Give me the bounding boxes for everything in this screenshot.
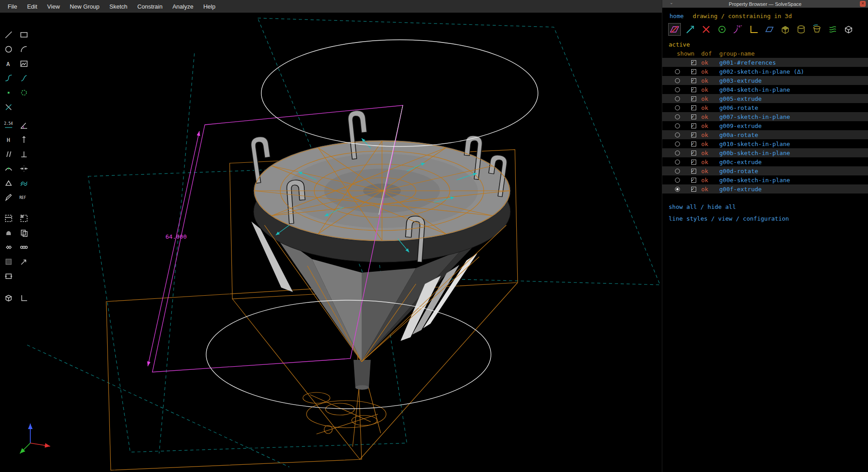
point-on-curve-tool[interactable]: [3, 163, 14, 175]
group-active-radio[interactable]: [675, 114, 680, 119]
group-row[interactable]: ok g00e-sketch-in-plane: [662, 175, 868, 184]
group-row[interactable]: ok g002-sketch-in-plane (∆): [662, 67, 868, 76]
workplane-icon[interactable]: [764, 24, 775, 35]
iso-view-tool[interactable]: [3, 212, 14, 224]
menu-view[interactable]: View: [42, 1, 65, 12]
group-name-link[interactable]: g00d-rotate: [719, 168, 868, 175]
group-name-link[interactable]: g00b-sketch-in-plane: [719, 150, 868, 156]
group-name-link[interactable]: g00e-sketch-in-plane: [719, 177, 868, 184]
menu-sketch[interactable]: Sketch: [104, 1, 132, 12]
group-row[interactable]: ok g009-extrude: [662, 121, 868, 130]
group-name-link[interactable]: g004-sketch-in-plane: [719, 86, 868, 93]
frame-tool[interactable]: [3, 270, 14, 282]
rectangle-tool[interactable]: [18, 29, 30, 41]
group-shown-checkbox[interactable]: [691, 69, 696, 74]
chevron-down-icon[interactable]: ⌄: [670, 0, 673, 5]
equal-tool[interactable]: [3, 177, 14, 189]
menu-help[interactable]: Help: [198, 1, 221, 12]
duplicate-tool[interactable]: [18, 227, 30, 239]
menu-analyze[interactable]: Analyze: [167, 1, 198, 12]
group-active-radio[interactable]: [675, 69, 680, 74]
group-row[interactable]: ok g001-#references: [662, 58, 868, 67]
dark-square-tool[interactable]: [3, 256, 14, 268]
group-active-radio[interactable]: [675, 142, 680, 146]
angle-tool[interactable]: [18, 119, 30, 131]
symmetric-tool[interactable]: [18, 163, 30, 175]
group-name-link[interactable]: g005-extrude: [719, 95, 868, 102]
group-shown-checkbox[interactable]: [691, 60, 696, 65]
group-shown-checkbox[interactable]: [691, 151, 696, 156]
perpendicular-tool[interactable]: [18, 148, 30, 160]
group-name-link[interactable]: g009-extrude: [719, 123, 868, 129]
group-active-radio[interactable]: [675, 169, 680, 174]
center-view-tool[interactable]: [3, 227, 14, 239]
parallel-curves-tool[interactable]: [18, 177, 30, 189]
show-points-tool[interactable]: [3, 241, 14, 253]
group-name-link[interactable]: g006-rotate: [719, 104, 868, 111]
extrude-icon[interactable]: [779, 24, 791, 35]
ortho-view-tool[interactable]: [18, 212, 30, 224]
horizontal-tool[interactable]: H: [3, 134, 14, 146]
line-tool[interactable]: [3, 29, 14, 41]
menu-edit[interactable]: Edit: [22, 1, 42, 12]
group-shown-checkbox[interactable]: [691, 169, 696, 174]
helix-icon[interactable]: [827, 24, 839, 35]
group-row[interactable]: ok g00d-rotate: [662, 166, 868, 175]
remove-icon[interactable]: [700, 24, 712, 35]
bezier-tool[interactable]: [18, 72, 30, 84]
group-shown-checkbox[interactable]: [691, 123, 696, 128]
group-shown-checkbox[interactable]: [691, 178, 696, 183]
close-icon[interactable]: ×: [860, 1, 866, 7]
group-shown-checkbox[interactable]: [691, 96, 696, 101]
sketch-pen-tool[interactable]: [3, 192, 14, 203]
group-row[interactable]: ok g007-sketch-in-plane: [662, 112, 868, 121]
group-name-link[interactable]: g007-sketch-in-plane: [719, 113, 868, 120]
show-hide-all-link[interactable]: show all / hide all: [662, 203, 868, 210]
tangent-arc-tool[interactable]: [3, 72, 14, 84]
group-active-radio[interactable]: [675, 96, 680, 101]
group-name-link[interactable]: g00a-rotate: [719, 132, 868, 138]
sketch-3d-icon[interactable]: [684, 24, 696, 35]
menu-file[interactable]: File: [3, 1, 22, 12]
property-browser-titlebar[interactable]: ⌄ Property Browser — SolveSpace ×: [662, 0, 868, 8]
styles-view-config-link[interactable]: line styles / view / configuration: [662, 215, 868, 222]
group-row[interactable]: ok g006-rotate: [662, 103, 868, 112]
group-row[interactable]: ok g00c-extrude: [662, 157, 868, 166]
vertical-tool[interactable]: [18, 134, 30, 146]
corner-workplane-tool[interactable]: [18, 292, 30, 304]
nav-home-link[interactable]: home: [670, 13, 684, 19]
group-name-link[interactable]: g002-sketch-in-plane (∆): [719, 68, 868, 75]
lathe-icon[interactable]: [795, 24, 807, 35]
group-shown-checkbox[interactable]: [691, 87, 696, 92]
new-sketch-icon[interactable]: [669, 24, 680, 35]
revolve-icon[interactable]: [811, 24, 823, 35]
split-curves-tool[interactable]: [3, 101, 14, 113]
image-tool[interactable]: [18, 58, 30, 70]
group-shown-checkbox[interactable]: [691, 187, 696, 192]
parallel-tool[interactable]: [3, 148, 14, 160]
distance-tool[interactable]: 2.54: [3, 119, 14, 131]
group-name-link[interactable]: g00f-extrude: [719, 186, 868, 193]
circle-tool[interactable]: [3, 43, 14, 55]
group-shown-checkbox[interactable]: [691, 114, 696, 119]
group-active-radio[interactable]: [675, 105, 680, 110]
construction-tool[interactable]: [18, 87, 30, 99]
group-active-radio[interactable]: [675, 87, 680, 92]
group-row[interactable]: ok g004-sketch-in-plane: [662, 85, 868, 94]
group-active-radio[interactable]: [675, 151, 680, 156]
circle-point-icon[interactable]: [716, 24, 728, 35]
chain-tool[interactable]: [18, 241, 30, 253]
corner-icon[interactable]: [748, 24, 760, 35]
angle-icon[interactable]: 74°: [732, 24, 744, 35]
group-active-radio[interactable]: [675, 78, 680, 83]
group-shown-checkbox[interactable]: [691, 105, 696, 110]
text-tool[interactable]: A: [3, 58, 14, 70]
group-active-radio[interactable]: [675, 123, 680, 128]
menu-constrain[interactable]: Constrain: [132, 1, 168, 12]
group-active-radio[interactable]: [675, 160, 680, 165]
group-shown-checkbox[interactable]: [691, 78, 696, 83]
group-name-link[interactable]: g003-extrude: [719, 77, 868, 84]
group-name-link[interactable]: g010-sketch-in-plane: [719, 141, 868, 147]
viewport-canvas[interactable]: 64.000: [0, 13, 662, 472]
group-active-radio[interactable]: [675, 187, 680, 192]
